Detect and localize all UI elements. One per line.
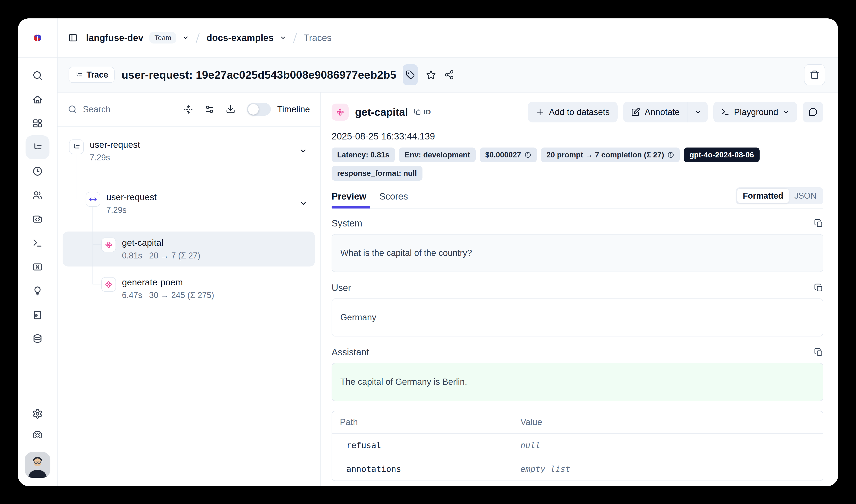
trace-tree: user-request 7.29s	[57, 127, 320, 486]
share-icon	[444, 70, 454, 80]
row-value: null	[520, 440, 815, 450]
share-button[interactable]	[444, 70, 454, 80]
trash-icon	[809, 70, 820, 80]
star-button[interactable]	[426, 70, 436, 80]
breadcrumb-section[interactable]: Traces	[304, 33, 332, 43]
table-header-row: Path Value	[332, 411, 823, 434]
tree-connector	[92, 284, 101, 285]
table-row: annotations empty list	[332, 457, 823, 481]
download-button[interactable]	[226, 105, 235, 114]
download-icon	[226, 105, 235, 114]
span-node-badge	[86, 192, 100, 207]
sidebar-toggle-button[interactable]	[68, 33, 78, 42]
user-avatar[interactable]	[24, 452, 50, 478]
chevron-down-icon	[299, 147, 307, 155]
sidebar-item-datasets[interactable]	[32, 333, 43, 344]
delete-trace-button[interactable]	[804, 64, 825, 85]
tree-node-label: user-request	[106, 192, 157, 202]
token-usage-value: 20 prompt → 7 completion (Σ 27)	[547, 150, 664, 159]
tag-button[interactable]	[403, 64, 418, 85]
breadcrumb-org[interactable]: langfuse-dev	[86, 33, 143, 43]
timeline-toggle-label: Timeline	[277, 105, 310, 114]
usage-info-icon[interactable]	[667, 151, 674, 158]
sidebar-item-sessions[interactable]	[32, 166, 43, 177]
tree-row-trace[interactable]: user-request 7.29s	[69, 140, 320, 162]
copy-icon	[414, 108, 421, 116]
sidebar-item-playground[interactable]	[32, 237, 43, 249]
chevron-down-icon	[783, 109, 789, 115]
detail-header: get-capital ID Add to datasets	[332, 102, 823, 122]
breadcrumb-separator	[293, 33, 297, 43]
annotate-label: Annotate	[645, 107, 680, 117]
chevron-down-icon[interactable]	[280, 34, 286, 41]
sidebar-item-scores[interactable]	[32, 262, 43, 272]
sidebar-item-settings[interactable]	[32, 408, 43, 419]
sidebar-item-evaluators[interactable]	[32, 285, 43, 296]
tree-row-span[interactable]: user-request 7.29s	[86, 192, 320, 215]
chevron-down-icon[interactable]	[182, 34, 189, 41]
row-path: refusal	[340, 440, 520, 450]
sidebar-item-search[interactable]	[32, 70, 43, 81]
collapse-node-button[interactable]	[299, 200, 307, 208]
sidebar-item-traces[interactable]	[32, 142, 43, 153]
breadcrumb: langfuse-dev Team docs-examples Traces	[86, 32, 332, 43]
file-code-icon	[32, 214, 43, 224]
cost-badge: $0.000027	[480, 147, 537, 162]
model-badge[interactable]: gpt-4o-2024-08-06	[684, 147, 760, 162]
plus-icon	[536, 108, 545, 116]
timeline-toggle[interactable]	[247, 103, 271, 116]
annotate-dropdown-button[interactable]	[688, 102, 708, 122]
format-option-json[interactable]: JSON	[789, 189, 822, 203]
sidebar-item-home[interactable]	[32, 94, 43, 105]
sidebar-item-support[interactable]	[32, 430, 43, 438]
sidebar-item-dashboards[interactable]	[32, 118, 43, 129]
tag-icon	[406, 70, 415, 79]
playground-button[interactable]: Playground	[713, 102, 797, 122]
body-split: Trace user-request: 19e27ac025d543b008e9…	[18, 57, 838, 486]
format-option-formatted[interactable]: Formatted	[737, 189, 789, 203]
add-to-datasets-button[interactable]: Add to datasets	[528, 102, 618, 122]
collapse-node-button[interactable]	[299, 147, 307, 155]
tree-row-generation-generate-poem[interactable]: generate-poem 6.47s30 → 245 (Σ 275)	[101, 277, 320, 300]
generation-node-badge	[101, 277, 116, 292]
copy-id-button[interactable]: ID	[414, 108, 431, 116]
table-row: refusal null	[332, 434, 823, 457]
breadcrumb-project[interactable]: docs-examples	[207, 33, 273, 43]
sidebar-item-users[interactable]	[32, 190, 43, 201]
tree-node-label: user-request	[90, 140, 140, 150]
metric-badges-row: Latency: 0.81s Env: development $0.00002…	[332, 147, 823, 162]
terminal-icon	[32, 238, 43, 248]
generation-node-badge	[101, 237, 116, 252]
top-bar: langfuse-dev Team docs-examples Traces	[18, 18, 838, 57]
model-params-row: response_format: null	[332, 166, 823, 181]
copy-section-button[interactable]	[814, 348, 823, 357]
tab-preview[interactable]: Preview	[332, 191, 366, 202]
active-tab-indicator	[332, 206, 370, 209]
tree-node-label: get-capital	[122, 237, 200, 248]
search-input[interactable]: Search	[83, 105, 110, 114]
sidebar-item-prompts[interactable]	[32, 214, 43, 224]
search-icon	[32, 70, 43, 81]
copy-section-button[interactable]	[814, 219, 823, 228]
tree-row-generation-get-capital[interactable]: get-capital 0.81s20 → 7 (Σ 27)	[101, 237, 315, 260]
collapse-all-button[interactable]	[183, 105, 193, 114]
langfuse-logo[interactable]	[18, 18, 57, 57]
cost-info-icon[interactable]	[524, 151, 531, 158]
comments-button[interactable]	[803, 102, 823, 122]
trace-header-row: Trace user-request: 19e27ac025d543b008e9…	[57, 57, 838, 92]
tree-settings-button[interactable]	[204, 105, 214, 114]
output-attributes-table: Path Value refusal null annotations empt…	[332, 411, 823, 481]
copy-section-button[interactable]	[814, 283, 823, 292]
search-icon	[68, 105, 77, 114]
section-title: Assistant	[332, 347, 369, 357]
breadcrumb-bar: langfuse-dev Team docs-examples Traces	[57, 18, 838, 57]
tab-scores[interactable]: Scores	[379, 191, 408, 202]
sidebar-item-annotation[interactable]	[32, 309, 43, 320]
tree-node-duration: 0.81s	[122, 251, 142, 260]
chevron-down-icon	[299, 200, 307, 208]
annotate-button[interactable]: Annotate	[623, 102, 688, 122]
row-path: annotations	[340, 464, 520, 474]
tree-node-stats: 6.47s30 → 245 (Σ 275)	[122, 290, 214, 300]
app-window: langfuse-dev Team docs-examples Traces	[18, 18, 838, 486]
gear-icon	[32, 409, 43, 419]
